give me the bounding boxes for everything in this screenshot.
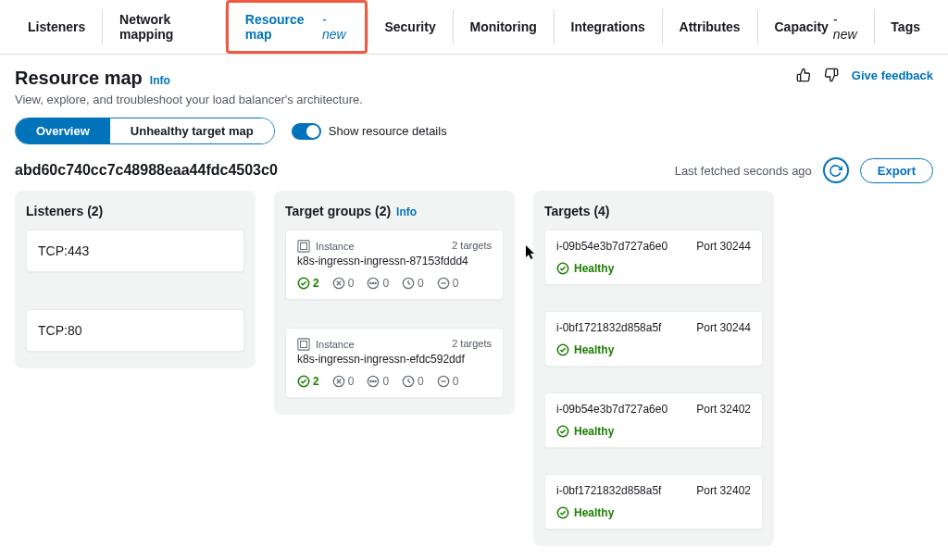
target-groups-title: Target groups (2) [285, 204, 391, 218]
show-details-toggle[interactable] [292, 123, 321, 140]
target-status-text: Healthy [574, 262, 614, 275]
targets-column: Targets (4) i-09b54e3b7d727a6e0 Port 302… [533, 191, 774, 546]
tg-stats: 2 0 0 0 0 [297, 375, 492, 388]
listener-card[interactable]: TCP:80 [26, 309, 244, 352]
target-card[interactable]: i-09b54e3b7d727a6e0 Port 32402 Healthy [544, 392, 763, 448]
tab-capacity[interactable]: Capacity - new [757, 0, 873, 54]
stat-value: 0 [382, 277, 389, 290]
check-circle-icon [556, 425, 569, 438]
stat-healthy: 2 [313, 375, 319, 388]
tg-type: Instance [316, 241, 355, 252]
listener-card[interactable]: TCP:443 [26, 230, 244, 272]
page-header: Resource map Info View, explore, and tro… [0, 55, 948, 110]
refresh-icon [829, 164, 842, 178]
tab-label: Network mapping [119, 12, 208, 42]
controls-row: Overview Unhealthy target map Show resou… [0, 110, 948, 157]
stat-value: 0 [418, 277, 424, 290]
target-card[interactable]: i-0bf1721832d858a5f Port 32402 Healthy [544, 474, 763, 529]
svg-point-7 [375, 282, 376, 283]
target-id: i-09b54e3b7d727a6e0 [556, 240, 667, 253]
x-circle-icon [332, 277, 345, 290]
tab-attributes[interactable]: Attributes [663, 0, 757, 54]
thumbs-up-icon[interactable] [796, 68, 811, 82]
check-circle-icon [556, 343, 569, 356]
info-link[interactable]: Info [150, 74, 170, 87]
tab-network-mapping[interactable]: Network mapping [103, 0, 225, 54]
toggle-label: Show resource details [329, 124, 447, 138]
x-circle-icon [332, 375, 345, 388]
tab-integrations[interactable]: Integrations [555, 0, 662, 54]
stat-value: 0 [382, 375, 389, 388]
meta-row: abd60c740cc7c48988eaa44fdc4503c0 Last fe… [0, 157, 948, 191]
give-feedback-link[interactable]: Give feedback [852, 68, 933, 82]
target-card[interactable]: i-09b54e3b7d727a6e0 Port 30244 Healthy [544, 230, 763, 285]
svg-rect-1 [301, 243, 307, 250]
listeners-title: Listeners (2) [26, 204, 244, 218]
target-id: i-0bf1721832d858a5f [556, 484, 661, 497]
svg-point-5 [370, 282, 371, 283]
segmented-control: Overview Unhealthy target map [15, 118, 275, 144]
target-group-card[interactable]: Instance 2 targets k8s-ingressn-ingressn… [285, 328, 504, 398]
page-subtitle: View, explore, and troubleshoot your loa… [15, 93, 363, 106]
tab-resource-map[interactable]: Resource map - new [226, 0, 368, 54]
svg-point-16 [373, 380, 374, 381]
svg-rect-10 [298, 339, 309, 350]
stat-value: 0 [453, 375, 459, 388]
svg-point-15 [370, 380, 371, 381]
target-status-text: Healthy [574, 425, 614, 438]
tab-label: Security [384, 19, 435, 34]
export-button[interactable]: Export [860, 158, 933, 183]
targets-title: Targets (4) [544, 204, 763, 218]
toggle-wrap: Show resource details [292, 123, 447, 140]
target-id: i-0bf1721832d858a5f [556, 321, 661, 334]
stat-value: 0 [348, 277, 355, 290]
info-link[interactable]: Info [396, 205, 417, 218]
page-title: Resource map [15, 68, 143, 89]
minus-circle-icon [437, 277, 450, 290]
dots-circle-icon [367, 277, 380, 290]
tg-name: k8s-ingressn-ingressn-efdc592ddf [297, 353, 492, 366]
target-groups-column: Target groups (2) Info Instance 2 target… [274, 191, 515, 415]
new-badge: - new [833, 12, 857, 42]
listener-label: TCP:443 [38, 243, 89, 258]
tg-type: Instance [316, 339, 355, 350]
minus-circle-icon [437, 375, 450, 388]
tab-monitoring[interactable]: Monitoring [453, 0, 553, 54]
target-card[interactable]: i-0bf1721832d858a5f Port 30244 Healthy [544, 311, 763, 367]
refresh-button[interactable] [823, 157, 849, 183]
check-circle-icon [297, 277, 310, 290]
tab-label: Integrations [571, 19, 645, 34]
tab-tags[interactable]: Tags [874, 0, 937, 54]
tab-label: Tags [891, 19, 920, 34]
tg-targets-count: 2 targets [452, 240, 492, 253]
tab-listeners[interactable]: Listeners [11, 0, 102, 54]
tab-security[interactable]: Security [368, 0, 452, 54]
target-group-card[interactable]: Instance 2 targets k8s-ingressn-ingressn… [285, 230, 504, 300]
target-port: Port 32402 [696, 403, 751, 416]
tab-label: Attributes [680, 19, 741, 34]
seg-unhealthy[interactable]: Unhealthy target map [110, 118, 274, 143]
stat-value: 0 [418, 375, 424, 388]
thumbs-down-icon[interactable] [824, 68, 839, 82]
target-status-text: Healthy [574, 343, 614, 356]
target-port: Port 32402 [696, 484, 751, 497]
tab-label: Listeners [28, 19, 85, 34]
target-status-text: Healthy [574, 506, 614, 519]
check-circle-icon [556, 506, 569, 519]
seg-overview[interactable]: Overview [16, 118, 110, 143]
tab-label: Capacity [774, 19, 828, 34]
target-port: Port 30244 [696, 240, 751, 253]
tg-name: k8s-ingressn-ingressn-87153fddd4 [297, 255, 492, 268]
stat-value: 0 [348, 375, 355, 388]
target-id: i-09b54e3b7d727a6e0 [556, 403, 667, 416]
clock-icon [402, 277, 415, 290]
dots-circle-icon [367, 375, 380, 388]
stat-value: 0 [453, 277, 459, 290]
svg-rect-11 [301, 342, 307, 348]
svg-rect-0 [298, 241, 309, 252]
target-port: Port 30244 [696, 321, 751, 334]
svg-point-17 [375, 380, 376, 381]
tg-stats: 2 0 0 0 0 [297, 277, 492, 290]
check-circle-icon [556, 262, 569, 275]
stat-healthy: 2 [313, 277, 319, 290]
